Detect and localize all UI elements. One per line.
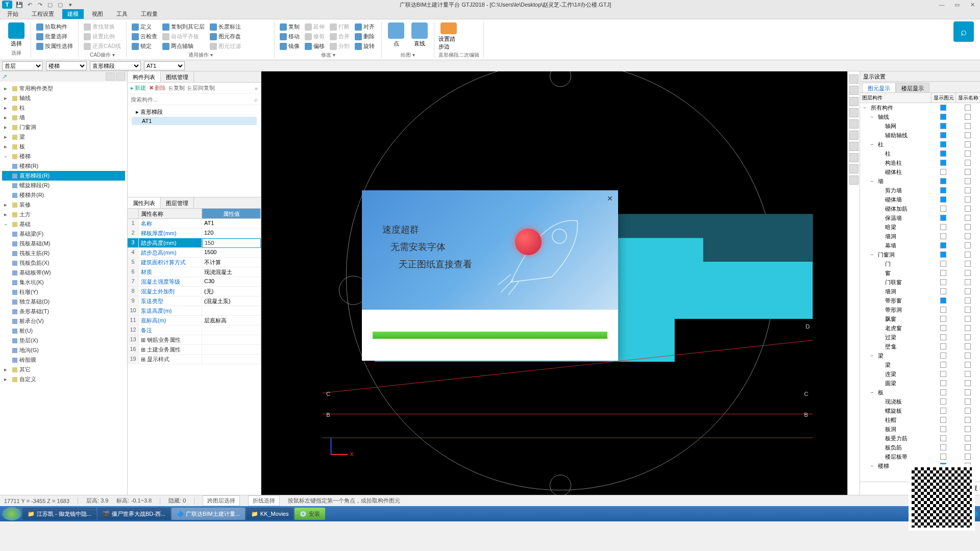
point-button[interactable]: 点 [386, 22, 406, 51]
checkbox[interactable] [940, 160, 946, 166]
vis-list[interactable]: −所有构件−轴线轴网辅助轴线−柱柱构造柱砌体柱−墙剪力墙砌体墙砌体加筋保温墙暗梁… [860, 103, 980, 482]
tool-btn[interactable] [849, 131, 859, 140]
qat-btn[interactable]: ▢ [56, 1, 64, 8]
checkbox[interactable] [940, 417, 946, 423]
vis-row[interactable]: 连梁 [860, 369, 980, 379]
tool-btn[interactable] [849, 142, 859, 151]
vis-row[interactable]: −门窗洞 [860, 250, 980, 259]
checkbox[interactable] [965, 398, 971, 405]
tab-quantity[interactable]: 工程量 [136, 9, 163, 19]
checkbox[interactable] [965, 224, 971, 230]
checkbox[interactable] [965, 307, 971, 313]
search-icon[interactable]: ⌕ [254, 96, 258, 103]
tree-item[interactable]: 直形梯段(R) [2, 171, 125, 181]
checkbox[interactable] [965, 105, 971, 111]
find-replace-button[interactable]: 查找替换 [83, 22, 122, 31]
tree-item[interactable]: ▸其它 [2, 365, 125, 374]
checkbox[interactable] [940, 297, 946, 304]
tree-item[interactable]: 基础板带(W) [2, 268, 125, 278]
vis-row[interactable]: 老虎窗 [860, 323, 980, 333]
checkbox[interactable] [965, 160, 971, 166]
length-dim-button[interactable]: 长度标注 [209, 22, 242, 31]
floor-select[interactable]: 首层 [2, 61, 43, 70]
grid-view-button[interactable] [116, 72, 125, 81]
qat-redo-icon[interactable]: ↷ [36, 1, 44, 8]
tab-project-settings[interactable]: 工程设置 [27, 9, 59, 19]
vis-row[interactable]: 砌体加筋 [860, 204, 980, 213]
new-button[interactable]: ▸ 新建 [131, 84, 146, 92]
checkbox[interactable] [965, 288, 971, 294]
prop-row[interactable]: 6材质现浇混凝土 [128, 267, 261, 277]
tree-item[interactable]: ▸柱 [2, 103, 125, 113]
restore-cad-button[interactable]: 还原CAD线 [83, 42, 122, 51]
offset-button[interactable]: 偏移 [304, 42, 326, 51]
tree-item[interactable]: 筏板负筋(X) [2, 258, 125, 268]
checkbox[interactable] [965, 169, 971, 175]
split-button[interactable]: 分割 [329, 42, 351, 51]
tree-item[interactable]: ▸墙 [2, 113, 125, 122]
tree-item[interactable]: 筏板主筋(R) [2, 248, 125, 258]
mirror-button[interactable]: 镜像 [279, 42, 301, 51]
tool-btn[interactable] [849, 86, 859, 95]
tree-item[interactable]: 桩(U) [2, 326, 125, 336]
search-button[interactable]: ⌕ [953, 21, 974, 42]
break-button[interactable]: 打断 [329, 22, 351, 31]
vis-row[interactable]: 暗梁 [860, 222, 980, 232]
vis-row[interactable]: 板受力筋 [860, 434, 980, 443]
tree-item[interactable]: ▸轴线 [2, 93, 125, 103]
task-item[interactable]: 📁 江苏凯 - 御龙镜中隐... [22, 508, 96, 520]
checkbox[interactable] [940, 169, 946, 175]
prop-row[interactable]: 10泵送高度(m) [128, 306, 261, 316]
checkbox[interactable] [940, 187, 946, 193]
vis-row[interactable]: 轴网 [860, 121, 980, 131]
prop-row[interactable]: 5建筑面积计算方式不计算 [128, 258, 261, 267]
vis-row[interactable]: −梁 [860, 351, 980, 360]
checkbox[interactable] [940, 288, 946, 294]
checkbox[interactable] [940, 371, 946, 377]
delete-comp-button[interactable]: ✖ 删除 [149, 84, 166, 92]
prop-row[interactable]: 2梯板厚度(mm)120 [128, 229, 261, 238]
checkbox[interactable] [940, 215, 946, 221]
checkbox[interactable] [965, 380, 971, 386]
tree-item[interactable]: 垫层(X) [2, 336, 125, 345]
checkbox[interactable] [940, 242, 946, 248]
vis-row[interactable]: −墙 [860, 177, 980, 186]
tree-item[interactable]: ▸常用构件类型 [2, 84, 125, 93]
tab-drawing-mgmt[interactable]: 图纸管理 [161, 71, 194, 82]
checkbox[interactable] [940, 206, 946, 212]
minimize-button[interactable]: — [936, 2, 947, 8]
prop-row[interactable]: 11底标高(m)层底标高 [128, 316, 261, 325]
checkbox[interactable] [940, 325, 946, 331]
vis-row[interactable]: −板 [860, 388, 980, 397]
two-point-aux-button[interactable]: 两点辅轴 [161, 42, 206, 51]
tab-modeling[interactable]: 建模 [62, 9, 84, 19]
task-item[interactable]: 🔷 广联达BIM土建计量... [172, 508, 245, 520]
vis-row[interactable]: 螺旋板 [860, 406, 980, 415]
vis-row[interactable]: 柱帽 [860, 415, 980, 424]
vis-row[interactable]: 辅助轴线 [860, 131, 980, 140]
checkbox[interactable] [965, 408, 971, 414]
vis-row[interactable]: 门联窗 [860, 278, 980, 287]
checkbox[interactable] [940, 196, 946, 203]
restore-button[interactable]: ▭ [951, 2, 963, 8]
checkbox[interactable] [965, 206, 971, 212]
tab-tools[interactable]: 工具 [111, 9, 133, 19]
tree-item[interactable]: 柱墩(Y) [2, 287, 125, 297]
task-item[interactable]: 🎬 僵尸世界大战BD-西... [97, 508, 170, 520]
lock-button[interactable]: 锁定 [131, 42, 158, 51]
checkbox[interactable] [965, 417, 971, 423]
tool-btn[interactable] [849, 97, 859, 106]
checkbox[interactable] [965, 187, 971, 193]
tree-item[interactable]: 桩承台(V) [2, 316, 125, 326]
checkbox[interactable] [940, 444, 946, 450]
define-button[interactable]: 定义 [131, 22, 158, 31]
checkbox[interactable] [965, 196, 971, 203]
polyline-select-button[interactable]: 折线选择 [248, 495, 280, 506]
prop-row[interactable]: 19⊞ 显示样式 [128, 355, 261, 364]
checkbox[interactable] [965, 454, 971, 460]
auto-align-button[interactable]: 自动平齐板 [161, 32, 206, 41]
task-item[interactable]: 📁 KK_Movies [246, 508, 294, 520]
tree-item[interactable]: 螺旋梯段(R) [2, 181, 125, 190]
extend-button[interactable]: 延伸 [304, 22, 326, 31]
checkbox[interactable] [940, 362, 946, 368]
